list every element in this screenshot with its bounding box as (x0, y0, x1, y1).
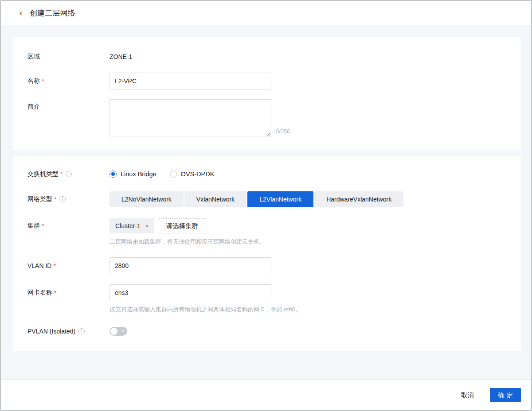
nic-name-input[interactable] (110, 284, 271, 301)
network-config-card: 交换机类型 * i Linux Bridge OVS-DPDK (13, 156, 521, 351)
cluster-tag: Cluster-1 × (110, 218, 154, 233)
page-header: ‹ 创建二层网络 (1, 1, 531, 25)
info-icon[interactable]: i (78, 328, 85, 334)
cluster-tag-label: Cluster-1 (115, 222, 141, 229)
radio-label: Linux Bridge (121, 171, 156, 178)
toggle-off-icon: × (121, 329, 124, 333)
switch-type-radio-group: Linux Bridge OVS-DPDK (110, 169, 214, 179)
network-type-hardwarevxlan[interactable]: HardwareVxlanNetwork (314, 191, 403, 207)
nic-name-label: 网卡名称 (27, 289, 52, 297)
network-type-label: 网络类型 (27, 195, 52, 203)
radio-selected-icon (110, 171, 117, 178)
radio-linux-bridge[interactable]: Linux Bridge (110, 171, 156, 178)
zone-value: ZONE-1 (110, 52, 132, 61)
description-row: 简介 0/256 (27, 99, 521, 136)
cluster-controls: Cluster-1 × 请选择集群 (110, 218, 265, 233)
footer-bar: 取消 确定 (1, 380, 531, 410)
cancel-button[interactable]: 取消 (458, 391, 477, 400)
network-type-l2novlan[interactable]: L2NoVlanNetwork (110, 191, 184, 207)
pvlan-toggle[interactable]: × (110, 327, 127, 336)
switch-type-row: 交换机类型 * i Linux Bridge OVS-DPDK (27, 169, 521, 179)
radio-label: OVS-DPDK (181, 171, 215, 178)
pvlan-label: PVLAN (Isolated) (27, 328, 75, 335)
pvlan-row: PVLAN (Isolated) i × (27, 327, 521, 336)
nic-helper-text: 仅支持选择或输入集群内所有物理机之间具体相同名称的网卡，例如 eth0。 (110, 306, 301, 314)
cluster-row: 集群 * Cluster-1 × 请选择集群 二层网络未加载集群，将无法使用相应… (27, 218, 521, 246)
cluster-label: 集群 (27, 222, 40, 230)
network-type-vxlan[interactable]: VxlanNetwork (184, 191, 246, 207)
network-type-options: L2NoVlanNetwork VxlanNetwork L2VlanNetwo… (110, 191, 403, 207)
required-mark: * (42, 78, 44, 85)
form-area: 区域 ZONE-1 名称 * 简介 0/256 (1, 25, 531, 380)
required-mark: * (42, 222, 44, 229)
cluster-helper-text: 二层网络未加载集群，将无法使用相应三层网络创建云主机。 (110, 238, 265, 246)
required-mark: * (54, 289, 56, 296)
required-mark: * (53, 262, 55, 269)
basic-info-card: 区域 ZONE-1 名称 * 简介 0/256 (13, 37, 521, 150)
select-cluster-button[interactable]: 请选择集群 (158, 218, 206, 233)
zone-label: 区域 (27, 53, 40, 61)
info-icon[interactable]: i (59, 196, 66, 202)
description-label: 简介 (27, 103, 40, 111)
description-textarea[interactable] (110, 99, 271, 136)
name-label: 名称 (27, 77, 40, 85)
char-counter: 0/256 (276, 128, 290, 136)
back-icon[interactable]: ‹ (20, 8, 22, 18)
page-title: 创建二层网络 (30, 8, 75, 18)
vlan-id-row: VLAN ID * (27, 257, 521, 274)
network-type-l2vlan[interactable]: L2VlanNetwork (247, 191, 313, 207)
info-icon[interactable]: i (66, 171, 72, 177)
confirm-button[interactable]: 确定 (490, 388, 521, 402)
nic-name-row: 网卡名称 * 仅支持选择或输入集群内所有物理机之间具体相同名称的网卡，例如 et… (27, 284, 521, 314)
create-l2-network-page: ‹ 创建二层网络 区域 ZONE-1 名称 * 简介 (0, 0, 532, 411)
vlan-id-label: VLAN ID (27, 262, 51, 269)
radio-ovs-dpdk[interactable]: OVS-DPDK (170, 171, 215, 178)
radio-unselected-icon (170, 171, 177, 178)
toggle-knob (110, 328, 117, 335)
required-mark: * (54, 196, 56, 203)
switch-type-label: 交换机类型 (27, 170, 59, 178)
name-row: 名称 * (27, 73, 521, 89)
remove-cluster-icon[interactable]: × (145, 223, 149, 229)
name-input[interactable] (110, 73, 271, 89)
required-mark: * (60, 171, 63, 178)
network-type-row: 网络类型 * i L2NoVlanNetwork VxlanNetwork L2… (27, 191, 521, 207)
zone-row: 区域 ZONE-1 (27, 52, 521, 61)
vlan-id-input[interactable] (110, 257, 271, 274)
